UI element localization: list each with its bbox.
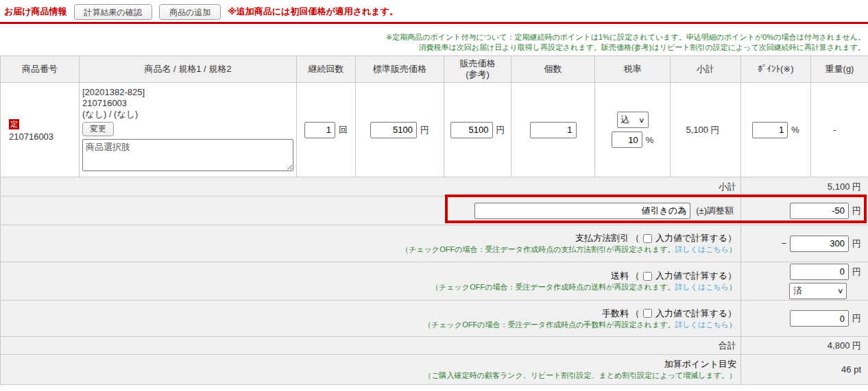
- shipping-help-link[interactable]: 詳しくはこちら: [675, 283, 729, 291]
- subtotal-row: 小計 5,100 円: [1, 177, 868, 197]
- shipping-note: （チェックOFFの場合：受注データ作成時点の送料が再設定されます。: [431, 283, 675, 291]
- product-name-cell: [20201382-825] 210716003 (なし) / (なし) 変更 …: [80, 83, 297, 177]
- shipping-amount-input[interactable]: [790, 264, 849, 280]
- fee-help-link[interactable]: 詳しくはこちら: [675, 320, 729, 329]
- header-row: 商品番号 商品名 / 規格1 / 規格2 継続回数 標準販売価格 販売価格(参考…: [1, 56, 868, 83]
- shipping-label: 送料: [611, 270, 629, 282]
- sale-price-cell: 円: [444, 83, 511, 177]
- payment-discount-value-cell: −円: [741, 225, 868, 262]
- checkbox-text: 入力値で計算する）: [655, 307, 736, 320]
- fee-value-cell: 円: [741, 301, 868, 337]
- total-value: 4,800 円: [741, 337, 868, 355]
- check-calculation-button[interactable]: 計算結果の確認: [74, 4, 152, 20]
- tax-include-select[interactable]: 込∨: [617, 112, 649, 128]
- col-product-number: 商品番号: [1, 56, 80, 83]
- col-sale-price: 販売価格(参考): [444, 56, 511, 83]
- fee-row: 手数料 （ 入力値で計算する） （チェックOFFの場合：受注データ作成時点の手数…: [1, 301, 868, 337]
- minus-sign: −: [781, 238, 786, 249]
- fee-manual-checkbox[interactable]: [643, 309, 652, 318]
- points-value: 46 pt: [741, 355, 868, 385]
- col-tax-rate: 税率: [595, 56, 671, 83]
- continue-count-cell: 回: [297, 83, 356, 177]
- points-row: 加算ポイント目安 （ご購入確定時の顧客ランク、リピート割引設定、まとめ割引設定に…: [1, 355, 868, 385]
- yen-label: 円: [852, 238, 861, 250]
- shipping-status-select[interactable]: 済∨: [789, 283, 847, 299]
- point-cell: %: [741, 83, 811, 177]
- adjustment-amount-input[interactable]: [790, 203, 849, 219]
- note-line-1: ※定期商品のポイント付与について：定期継続時のポイントは1%に設定されています。…: [0, 32, 865, 42]
- points-note: （ご購入確定時の顧客ランク、リピート割引設定、まとめ割引設定によって増減します。…: [424, 371, 736, 379]
- tax-include-value: 込: [621, 114, 630, 126]
- paren: （: [631, 307, 640, 320]
- payment-discount-manual-checkbox[interactable]: [643, 234, 652, 243]
- points-label-cell: 加算ポイント目安 （ご購入確定時の顧客ランク、リピート割引設定、まとめ割引設定に…: [1, 355, 741, 385]
- note-line-2: 消費税率は次回お届け日より取得し再設定されます。販売価格(参考)はリピート割引の…: [0, 42, 865, 53]
- adjustment-label: (±)調整額: [696, 205, 734, 217]
- chevron-down-icon: ∨: [638, 116, 645, 124]
- payment-discount-note: （チェックOFFの場合：受注データ作成時点の支払方法割引が再設定されます。: [401, 245, 675, 253]
- policy-notes: ※定期商品のポイント付与について：定期継続時のポイントは1%に設定されています。…: [0, 32, 868, 53]
- section-title: お届け商品情報: [4, 5, 67, 18]
- col-continue-count: 継続回数: [297, 56, 356, 83]
- col-product-name: 商品名 / 規格1 / 規格2: [80, 56, 297, 83]
- weight-value: -: [811, 83, 868, 177]
- payment-discount-row: 支払方法割引 （ 入力値で計算する） （チェックOFFの場合：受注データ作成時点…: [1, 225, 868, 262]
- continue-count-input[interactable]: [304, 122, 335, 138]
- subtotal-value: 5,100 円: [741, 177, 868, 197]
- percent-label: %: [646, 135, 654, 145]
- checkbox-text: 入力値で計算する）: [655, 270, 736, 282]
- standard-price-cell: 円: [356, 83, 444, 177]
- payment-discount-label: 支払方法割引: [575, 232, 629, 244]
- points-label: 加算ポイント目安: [664, 358, 736, 370]
- yen-label: 円: [852, 205, 861, 217]
- subscription-badge: 定: [9, 119, 19, 129]
- quantity-input[interactable]: [530, 122, 577, 138]
- yen-label: 円: [852, 312, 861, 325]
- quantity-cell: [511, 83, 595, 177]
- subtotal-label: 小計: [1, 177, 741, 197]
- col-subtotal: 小計: [671, 56, 741, 83]
- tax-rate-input[interactable]: [612, 131, 642, 148]
- fee-note: （チェックOFFの場合：受注データ作成時点の手数料が再設定されます。: [424, 320, 675, 329]
- adjustment-row: (±)調整額 円: [1, 197, 868, 225]
- col-standard-price: 標準販売価格: [356, 56, 444, 83]
- fee-label-cell: 手数料 （ 入力値で計算する） （チェックOFFの場合：受注データ作成時点の手数…: [1, 301, 741, 337]
- standard-price-input[interactable]: [370, 122, 417, 138]
- checkbox-text: 入力値で計算する）: [655, 232, 736, 244]
- total-label: 合計: [1, 337, 741, 355]
- payment-discount-input[interactable]: [790, 236, 849, 252]
- sale-price-input[interactable]: [450, 122, 493, 138]
- paren: （: [631, 270, 640, 282]
- product-name: 210716003: [82, 98, 295, 109]
- point-input[interactable]: [752, 122, 788, 138]
- chevron-down-icon: ∨: [837, 287, 844, 294]
- delivery-items-panel: お届け商品情報 計算結果の確認 商品の追加 ※追加商品には初回価格が適用されます…: [0, 0, 868, 391]
- product-option-textarea[interactable]: 商品選択肢: [82, 139, 293, 171]
- shipping-value-cell: 円 済∨: [741, 262, 868, 301]
- product-number: 210716003: [9, 131, 79, 142]
- toolbar: お届け商品情報 計算結果の確認 商品の追加 ※追加商品には初回価格が適用されます…: [0, 0, 868, 22]
- product-number-cell: 定 210716003: [1, 83, 80, 177]
- shipping-manual-checkbox[interactable]: [643, 272, 652, 281]
- total-row: 合計 4,800 円: [1, 337, 868, 355]
- continue-unit: 回: [339, 124, 348, 136]
- line-subtotal: 5,100 円: [671, 83, 741, 177]
- shipping-label-cell: 送料 （ 入力値で計算する） （チェックOFFの場合：受注データ作成時点の送料が…: [1, 262, 741, 301]
- product-row: 定 210716003 [20201382-825] 210716003 (なし…: [1, 83, 868, 177]
- adjustment-label-cell: (±)調整額: [1, 197, 741, 225]
- add-product-button[interactable]: 商品の追加: [159, 4, 221, 20]
- red-divider: [0, 22, 868, 24]
- product-bracket-code: [20201382-825]: [82, 87, 295, 98]
- adjustment-reason-input[interactable]: [474, 203, 690, 219]
- tax-rate-cell: 込∨ %: [595, 83, 671, 177]
- order-items-table-wrap: 商品番号 商品名 / 規格1 / 規格2 継続回数 標準販売価格 販売価格(参考…: [0, 55, 868, 385]
- product-specs: (なし) / (なし): [82, 109, 295, 120]
- change-product-button[interactable]: 変更: [82, 122, 114, 136]
- yen-label: 円: [496, 124, 505, 136]
- payment-discount-help-link[interactable]: 詳しくはこちら: [675, 245, 729, 253]
- fee-amount-input[interactable]: [790, 310, 849, 327]
- col-point: ﾎﾟｲﾝﾄ(※): [741, 56, 811, 83]
- col-weight: 重量(g): [811, 56, 868, 83]
- adjustment-value-cell: 円: [741, 197, 868, 225]
- order-items-table: 商品番号 商品名 / 規格1 / 規格2 継続回数 標準販売価格 販売価格(参考…: [0, 55, 868, 385]
